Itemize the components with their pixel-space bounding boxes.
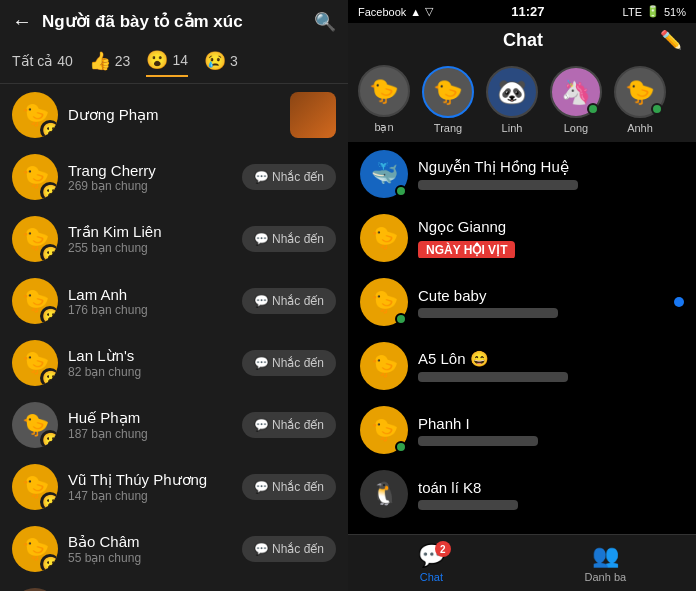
like-count: 23 — [115, 53, 131, 69]
status-bar: Facebook ▲ ▽ 11:27 LTE 🔋 51% — [348, 0, 696, 23]
mutual-friends: 269 bạn chung — [68, 179, 232, 193]
chat-info: toán lí K8 — [418, 479, 684, 510]
battery-percent: 51% — [664, 6, 686, 18]
avatar: 🐤 😮 — [12, 278, 58, 324]
story-name: Long — [564, 122, 588, 134]
tab-all[interactable]: Tất cả 40 — [12, 53, 73, 73]
chat-header: Chat ✏️ — [348, 23, 696, 57]
message-button[interactable]: 💬 Nhắc đến — [242, 412, 336, 438]
avatar: 🐤 😮 — [12, 216, 58, 262]
sad-emoji: 😢 — [204, 50, 226, 72]
chat-nav-label: Chat — [420, 571, 443, 583]
online-indicator — [587, 103, 599, 115]
chat-list: 🐳 Nguyễn Thị Hồng Huệ 🐤 Ngọc Gianng NGÀY… — [348, 142, 696, 534]
chat-preview — [418, 372, 568, 382]
chat-item[interactable]: 🐤 A5 Lôn 😄 — [348, 334, 696, 398]
wow-count: 14 — [172, 52, 188, 68]
list-item[interactable]: 🐤 😮 Bảo Châm 55 bạn chung 💬 Nhắc đến — [0, 518, 348, 580]
bottom-nav: 💬 Chat 2 👥 Danh ba — [348, 534, 696, 591]
story-item[interactable]: 🐼 Linh — [486, 66, 538, 134]
mutual-friends: 187 bạn chung — [68, 427, 232, 441]
story-item[interactable]: 🐤 Anhh — [614, 66, 666, 134]
tab-sad[interactable]: 😢 3 — [204, 50, 238, 76]
person-name: Lam Anh — [68, 286, 232, 303]
avatar: 🐤 😮 — [12, 526, 58, 572]
compose-icon[interactable]: ✏️ — [660, 29, 682, 51]
list-item[interactable]: 🐤 😮 Vũ Thị Thúy Phương 147 bạn chung 💬 N… — [0, 456, 348, 518]
message-button[interactable]: 💬 Nhắc đến — [242, 164, 336, 190]
stories-row: 🐤 bạn 🐤 Trang 🐼 Linh 🦄 Long 🐤 — [348, 57, 696, 142]
reaction-badge: 😮 — [40, 120, 58, 138]
reaction-badge: 😮 — [40, 430, 58, 448]
signal-icon: ▲ — [410, 6, 421, 18]
chat-avatar: 🐤 — [360, 406, 408, 454]
network-icon: LTE — [623, 6, 642, 18]
story-avatar: 🐼 — [486, 66, 538, 118]
person-name: Bảo Châm — [68, 533, 232, 551]
list-item[interactable]: 🐤 😮 Dương Phạm — [0, 84, 348, 146]
list-item[interactable]: 🐤 😮 Lam Anh 176 bạn chung 💬 Nhắc đến — [0, 270, 348, 332]
person-info: Trang Cherry 269 bạn chung — [68, 162, 232, 193]
chat-info: Phanh I — [418, 415, 684, 446]
chat-avatar: 🐤 — [360, 214, 408, 262]
online-indicator — [395, 441, 407, 453]
left-header: ← Người đã bày tỏ cảm xúc 🔍 — [0, 0, 348, 43]
chat-info: A5 Lôn 😄 — [418, 350, 684, 382]
chat-item[interactable]: 🐳 Nguyễn Thị Hồng Huệ — [348, 142, 696, 206]
online-indicator — [395, 185, 407, 197]
story-item[interactable]: 🦄 Long — [550, 66, 602, 134]
list-item[interactable]: 🐤 😮 Trang Cherry 269 bạn chung 💬 Nhắc đế… — [0, 146, 348, 208]
chat-name: Ngọc Gianng — [418, 218, 684, 236]
unread-badge — [674, 297, 684, 307]
person-info: Lam Anh 176 bạn chung — [68, 286, 232, 317]
back-button[interactable]: ← — [12, 10, 32, 33]
chat-avatar: 🐤 — [360, 342, 408, 390]
mutual-friends: 147 bạn chung — [68, 489, 232, 503]
mutual-friends: 255 bạn chung — [68, 241, 232, 255]
list-item[interactable]: 🐤 😮 Trần Kim Liên 255 bạn chung 💬 Nhắc đ… — [0, 208, 348, 270]
message-button[interactable]: 💬 Nhắc đến — [242, 474, 336, 500]
wifi-icon: ▽ — [425, 5, 433, 18]
message-button[interactable]: 💬 Nhắc đến — [242, 350, 336, 376]
chat-item[interactable]: 🐤 Ngọc Gianng NGÀY HỘI VỊT — [348, 206, 696, 270]
chat-title: Chat — [386, 30, 660, 51]
nav-contacts[interactable]: 👥 Danh ba — [585, 543, 627, 583]
status-left: Facebook ▲ ▽ — [358, 5, 433, 18]
chat-name: A5 Lôn 😄 — [418, 350, 684, 368]
message-button[interactable]: 💬 Nhắc đến — [242, 288, 336, 314]
list-item[interactable]: 🐶 😮 Mun Mun 89 bạn chung 💬 Nhắc đến — [0, 580, 348, 591]
reaction-badge: 😮 — [40, 182, 58, 200]
left-panel: ← Người đã bày tỏ cảm xúc 🔍 Tất cả 40 👍 … — [0, 0, 348, 591]
story-item[interactable]: 🐤 Trang — [422, 66, 474, 134]
mutual-friends: 82 bạn chung — [68, 365, 232, 379]
person-name: Vũ Thị Thúy Phương — [68, 471, 232, 489]
reaction-badge: 😮 — [40, 554, 58, 572]
chat-name: Nguyễn Thị Hồng Huệ — [418, 158, 684, 176]
person-info: Vũ Thị Thúy Phương 147 bạn chung — [68, 471, 232, 503]
chat-item[interactable]: 🐤 Cute baby — [348, 270, 696, 334]
story-name: bạn — [374, 121, 393, 134]
message-button[interactable]: 💬 Nhắc đến — [242, 536, 336, 562]
person-photo — [290, 92, 336, 138]
search-icon[interactable]: 🔍 — [314, 11, 336, 33]
list-item[interactable]: 🐤 😮 Lan Lừn's 82 bạn chung 💬 Nhắc đến — [0, 332, 348, 394]
list-item[interactable]: 🐤 😮 Huế Phạm 187 bạn chung 💬 Nhắc đến — [0, 394, 348, 456]
story-avatar: 🐤 — [614, 66, 666, 118]
person-info: Lan Lừn's 82 bạn chung — [68, 347, 232, 379]
story-item[interactable]: 🐤 bạn — [358, 65, 410, 134]
online-indicator — [395, 313, 407, 325]
reaction-tabs: Tất cả 40 👍 23 😮 14 😢 3 — [0, 43, 348, 84]
chat-name: toán lí K8 — [418, 479, 684, 496]
mutual-friends: 55 bạn chung — [68, 551, 232, 565]
chat-item[interactable]: 🐤 Phanh I — [348, 398, 696, 462]
chat-name: Cute baby — [418, 287, 664, 304]
nav-chat[interactable]: 💬 Chat 2 — [418, 543, 445, 583]
person-info: Trần Kim Liên 255 bạn chung — [68, 223, 232, 255]
story-name: Linh — [502, 122, 523, 134]
status-right: LTE 🔋 51% — [623, 5, 686, 18]
chat-item[interactable]: 🐧 toán lí K8 — [348, 462, 696, 526]
message-button[interactable]: 💬 Nhắc đến — [242, 226, 336, 252]
story-name: Trang — [434, 122, 462, 134]
tab-like[interactable]: 👍 23 — [89, 50, 131, 76]
tab-wow[interactable]: 😮 14 — [146, 49, 188, 77]
